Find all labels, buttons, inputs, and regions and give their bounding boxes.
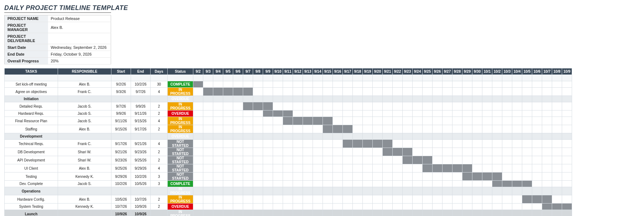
gantt-cell — [373, 181, 383, 187]
gantt-cell — [203, 204, 213, 210]
blank-cell — [353, 75, 363, 81]
gantt-cell — [472, 156, 482, 164]
gantt-cell — [233, 156, 243, 164]
gantt-cell — [393, 164, 403, 173]
gantt-cell — [423, 125, 433, 133]
task-cell: UI Client — [5, 164, 58, 173]
date-header: 9/20 — [373, 68, 383, 75]
gantt-cell — [532, 181, 542, 187]
status-cell: OVERDUE — [168, 110, 193, 117]
gantt-cell — [393, 210, 403, 216]
gantt-cell — [373, 164, 383, 173]
gantt-cell — [203, 173, 213, 181]
task-cell: Final Resource Plan — [5, 117, 58, 125]
gantt-cell — [263, 181, 273, 187]
gantt-cell — [542, 110, 552, 117]
gantt-cell — [482, 117, 492, 125]
gantt-cell — [273, 164, 283, 173]
gantt-cell — [323, 88, 333, 96]
gantt-cell — [273, 110, 283, 117]
gantt-cell — [223, 81, 233, 88]
gantt-cell — [263, 133, 273, 140]
blank-cell — [283, 75, 293, 81]
blank-cell — [552, 75, 562, 81]
gantt-cell — [243, 164, 253, 173]
gantt-cell — [472, 210, 482, 216]
gantt-cell — [243, 204, 253, 210]
gantt-cell — [283, 140, 293, 148]
gantt-cell — [263, 210, 273, 216]
gantt-cell — [273, 173, 283, 181]
gantt-cell — [343, 181, 353, 187]
blank-cell — [343, 75, 353, 81]
gantt-cell — [213, 210, 223, 216]
days-cell — [151, 210, 168, 216]
gantt-cell — [423, 102, 433, 110]
gantt-cell — [233, 164, 243, 173]
date-header: 9/6 — [233, 68, 243, 75]
gantt-cell — [343, 102, 353, 110]
responsible-cell — [58, 133, 111, 140]
status-cell: OVERDUE — [168, 204, 193, 210]
gantt-cell — [373, 156, 383, 164]
gantt-cell — [333, 148, 343, 156]
gantt-cell — [333, 110, 343, 117]
blank-cell — [413, 75, 423, 81]
gantt-cell — [303, 81, 313, 88]
gantt-cell — [443, 88, 452, 96]
gantt-cell — [303, 140, 313, 148]
gantt-cell — [333, 195, 343, 204]
gantt-cell — [482, 133, 492, 140]
gantt-cell — [512, 187, 522, 195]
blank-cell — [433, 75, 443, 81]
responsible-cell — [58, 96, 111, 102]
gantt-cell — [492, 181, 502, 187]
gantt-cell — [373, 148, 383, 156]
responsible-cell: Frank C. — [58, 140, 111, 148]
blank-cell — [5, 75, 58, 81]
status-cell: IN PROGRESS — [168, 187, 193, 195]
status-cell: IN PROGRESS — [168, 88, 193, 96]
end-cell: 10/7/26 — [131, 195, 151, 204]
gantt-cell — [403, 181, 413, 187]
gantt-cell — [373, 125, 383, 133]
gantt-cell — [482, 173, 492, 181]
gantt-cell — [223, 173, 233, 181]
date-header: 9/22 — [393, 68, 403, 75]
gantt-cell — [193, 156, 203, 164]
gantt-cell — [562, 110, 572, 117]
gantt-cell — [213, 195, 223, 204]
gantt-cell — [303, 133, 313, 140]
date-header: 10/8 — [552, 68, 562, 75]
gantt-cell — [193, 195, 203, 204]
gantt-cell — [562, 96, 572, 102]
gantt-cell — [403, 173, 413, 181]
col-end: End — [131, 68, 151, 75]
gantt-cell — [542, 81, 552, 88]
date-header: 10/3 — [502, 68, 512, 75]
gantt-cell — [363, 88, 373, 96]
start-cell: 9/11/26 — [111, 117, 131, 125]
days-cell — [151, 187, 168, 195]
gantt-cell — [203, 133, 213, 140]
date-header: 9/2 — [193, 68, 203, 75]
responsible-cell — [58, 187, 111, 195]
gantt-cell — [552, 133, 562, 140]
gantt-cell — [233, 195, 243, 204]
gantt-cell — [363, 125, 373, 133]
gantt-cell — [253, 187, 263, 195]
gantt-cell — [193, 173, 203, 181]
date-header: 10/9 — [562, 68, 572, 75]
status-cell: NOT STARTED — [168, 173, 193, 181]
gantt-cell — [353, 187, 363, 195]
date-header: 9/24 — [413, 68, 423, 75]
gantt-cell — [253, 125, 263, 133]
col-start: Start — [111, 68, 131, 75]
gantt-cell — [423, 210, 433, 216]
gantt-cell — [562, 204, 572, 210]
responsible-cell: Kennedy K. — [58, 204, 111, 210]
gantt-cell — [532, 117, 542, 125]
gantt-cell — [522, 195, 532, 204]
date-header: 9/15 — [323, 68, 333, 75]
gantt-cell — [502, 181, 512, 187]
